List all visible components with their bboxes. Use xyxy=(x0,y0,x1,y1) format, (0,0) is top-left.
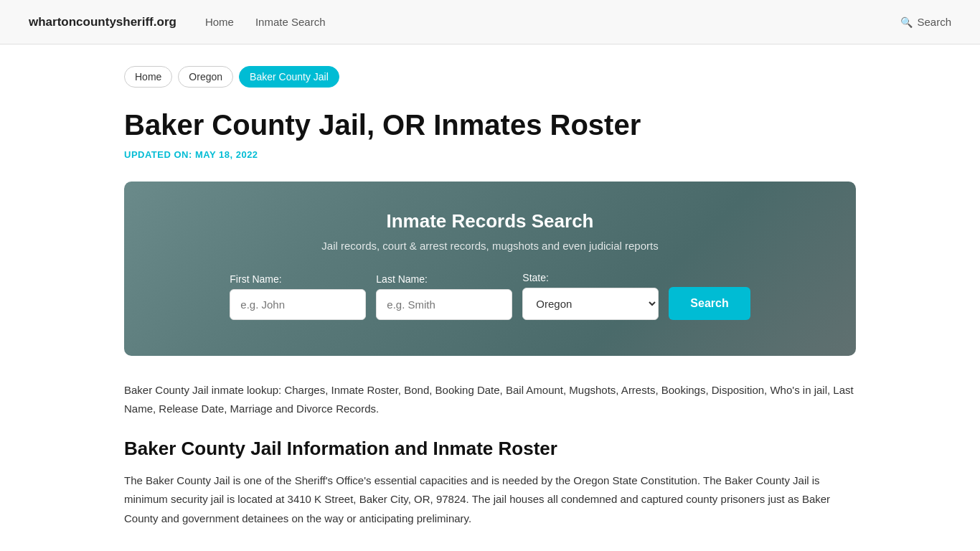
search-section-title: Inmate Records Search xyxy=(167,210,813,232)
last-name-label: Last Name: xyxy=(376,273,428,285)
breadcrumb-baker-county-jail[interactable]: Baker County Jail xyxy=(239,66,339,88)
nav-search[interactable]: 🔍 Search xyxy=(900,16,951,28)
updated-label: UPDATED ON: MAY 18, 2022 xyxy=(124,149,856,160)
search-button[interactable]: Search xyxy=(669,287,750,320)
search-icon: 🔍 xyxy=(900,17,913,28)
search-form: First Name: Last Name: State: Oregon Ala… xyxy=(167,272,813,320)
lookup-text: Baker County Jail inmate lookup: Charges… xyxy=(124,381,856,418)
nav-link-inmate-search[interactable]: Inmate Search xyxy=(255,16,326,28)
first-name-label: First Name: xyxy=(230,273,281,285)
state-label: State: xyxy=(522,272,549,283)
breadcrumb-oregon[interactable]: Oregon xyxy=(178,66,233,88)
nav-search-label: Search xyxy=(917,16,951,28)
first-name-group: First Name: xyxy=(230,273,366,320)
state-group: State: Oregon Alabama Alaska Arizona Cal… xyxy=(522,272,659,320)
search-section-subtitle: Jail records, court & arrest records, mu… xyxy=(167,240,813,252)
main-content: Home Oregon Baker County Jail Baker Coun… xyxy=(95,44,885,551)
breadcrumb-home[interactable]: Home xyxy=(124,66,172,88)
search-section: Inmate Records Search Jail records, cour… xyxy=(124,182,856,356)
last-name-group: Last Name: xyxy=(376,273,512,320)
breadcrumb: Home Oregon Baker County Jail xyxy=(124,66,856,88)
first-name-input[interactable] xyxy=(230,289,366,320)
navbar: whartoncountysheriff.org Home Inmate Sea… xyxy=(0,0,980,44)
nav-links: Home Inmate Search xyxy=(205,16,901,28)
info-title: Baker County Jail Information and Inmate… xyxy=(124,438,856,460)
nav-brand[interactable]: whartoncountysheriff.org xyxy=(29,15,176,29)
last-name-input[interactable] xyxy=(376,289,512,320)
nav-link-home[interactable]: Home xyxy=(205,16,234,28)
page-title: Baker County Jail, OR Inmates Roster xyxy=(124,108,856,142)
info-text: The Baker County Jail is one of the Sher… xyxy=(124,471,856,528)
state-select[interactable]: Oregon Alabama Alaska Arizona California… xyxy=(522,288,659,320)
